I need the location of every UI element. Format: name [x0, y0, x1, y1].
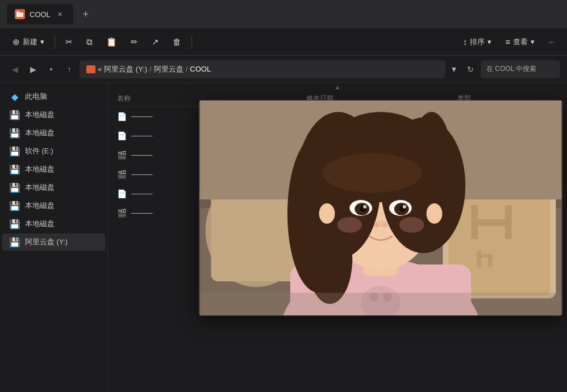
- svg-point-34: [403, 205, 406, 208]
- svg-rect-14: [477, 255, 493, 258]
- svg-point-37: [383, 223, 387, 228]
- file-name: ———: [131, 190, 153, 198]
- collapse-bar[interactable]: ▲: [108, 83, 567, 91]
- view-button[interactable]: ≡ 查看 ▾: [499, 34, 540, 51]
- file-name: ———: [131, 112, 153, 120]
- paste-icon: 📋: [106, 37, 117, 47]
- new-button[interactable]: ⊕ 新建 ▾: [7, 34, 50, 51]
- sidebar-label-local4: 本地磁盘: [25, 183, 55, 193]
- rename-button[interactable]: ✏: [125, 34, 144, 51]
- cut-button[interactable]: ✂: [60, 34, 78, 51]
- sidebar-label-aliyun: 阿里云盘 (Y:): [25, 237, 68, 247]
- address-bar: ◀ ▶ • ↑ « 阿里云盘 (Y:) / 阿里云盘 / COOL ▾ ↻ 在 …: [0, 56, 567, 83]
- sidebar: ◆ 此电脑 💾 本地磁盘 💾 本地磁盘 💾 软件 (E:) 💾 本地磁盘 💾 本…: [0, 83, 108, 392]
- dot-button: •: [43, 61, 59, 77]
- sidebar-item-aliyun[interactable]: 💾 阿里云盘 (Y:): [2, 233, 105, 251]
- up-button[interactable]: ↑: [61, 61, 77, 77]
- path-prefix: «: [98, 65, 102, 73]
- share-icon: ↗: [152, 37, 159, 47]
- more-button[interactable]: ···: [543, 34, 560, 49]
- view-icon: ≡: [505, 37, 510, 47]
- delete-button[interactable]: 🗑: [167, 34, 187, 50]
- view-dropdown-icon: ▾: [531, 37, 535, 46]
- path-part-2: 阿里云盘: [154, 64, 184, 74]
- address-path[interactable]: « 阿里云盘 (Y:) / 阿里云盘 / COOL: [80, 60, 445, 78]
- sort-dropdown-icon: ▾: [487, 37, 491, 46]
- file-icon: 📄: [117, 112, 127, 121]
- file-name: ———: [131, 209, 153, 217]
- file-icon: 📄: [117, 189, 127, 198]
- separator-2: [191, 35, 192, 49]
- sidebar-label-local5: 本地磁盘: [25, 201, 55, 211]
- search-placeholder: 在 COOL 中搜索: [486, 64, 536, 74]
- address-dropdown-button[interactable]: ▾: [448, 63, 460, 76]
- drive-icon-1: 💾: [9, 109, 20, 120]
- sort-button[interactable]: ↕ 排序 ▾: [457, 34, 498, 51]
- file-icon: 🎬: [117, 170, 127, 179]
- sidebar-item-local1[interactable]: 💾 本地磁盘: [2, 106, 105, 123]
- path-part-3: COOL: [190, 65, 211, 73]
- svg-point-26: [323, 153, 422, 193]
- refresh-button[interactable]: ↻: [462, 61, 478, 77]
- search-box[interactable]: 在 COOL 中搜索: [481, 60, 560, 78]
- sidebar-item-local6[interactable]: 💾 本地磁盘: [2, 215, 105, 232]
- file-icon: 🎬: [117, 151, 127, 160]
- drive-icon-aliyun: 💾: [9, 236, 20, 248]
- drive-icon-5: 💾: [9, 182, 20, 193]
- sidebar-label-local6: 本地磁盘: [25, 219, 55, 229]
- svg-point-41: [427, 203, 443, 224]
- sidebar-label-local2: 本地磁盘: [25, 128, 55, 138]
- copy-icon: ⧉: [86, 37, 93, 47]
- path-folder-icon: [86, 65, 95, 73]
- file-icon: 📄: [117, 131, 127, 140]
- tab-close-button[interactable]: ✕: [55, 9, 65, 19]
- tab-title: COOL: [30, 10, 51, 19]
- drive-icon-6: 💾: [9, 200, 20, 211]
- drive-icon-2: 💾: [9, 127, 20, 139]
- paste-button[interactable]: 📋: [101, 34, 123, 51]
- sidebar-item-local3[interactable]: 💾 本地磁盘: [2, 161, 105, 178]
- back-button[interactable]: ◀: [7, 61, 23, 77]
- cut-icon: ✂: [65, 37, 73, 47]
- tab-folder-icon: [15, 9, 25, 19]
- sidebar-item-software[interactable]: 💾 软件 (E:): [2, 143, 105, 160]
- svg-point-33: [363, 205, 366, 208]
- main-area: ◆ 此电脑 💾 本地磁盘 💾 本地磁盘 💾 软件 (E:) 💾 本地磁盘 💾 本…: [0, 83, 567, 392]
- share-button[interactable]: ↗: [146, 34, 165, 51]
- path-sep-1: /: [149, 65, 152, 73]
- svg-rect-11: [471, 219, 512, 226]
- forward-button[interactable]: ▶: [25, 61, 41, 77]
- separator-1: [55, 35, 55, 49]
- file-name: ———: [131, 170, 153, 178]
- thumbnail-overlay: [199, 100, 562, 316]
- sidebar-label-software: 软件 (E:): [25, 147, 53, 156]
- sidebar-item-local5[interactable]: 💾 本地磁盘: [2, 197, 105, 214]
- new-dropdown-icon: ▾: [40, 37, 44, 46]
- diamond-icon: ◆: [9, 91, 20, 102]
- path-part-1: 阿里云盘 (Y:): [104, 64, 147, 74]
- file-icon: 🎬: [117, 208, 127, 218]
- thumbnail-svg: [199, 101, 562, 315]
- svg-point-36: [374, 223, 378, 228]
- sidebar-item-local2[interactable]: 💾 本地磁盘: [2, 124, 105, 141]
- copy-button[interactable]: ⧉: [81, 34, 98, 51]
- svg-point-40: [319, 203, 335, 224]
- svg-point-38: [337, 217, 362, 233]
- sidebar-label-pc: 此电脑: [25, 92, 47, 102]
- file-name: ———: [131, 132, 153, 140]
- active-tab[interactable]: COOL ✕: [7, 4, 73, 24]
- rename-icon: ✏: [131, 37, 138, 47]
- drive-icon-4: 💾: [9, 164, 20, 175]
- svg-rect-45: [200, 293, 562, 315]
- file-name: ———: [131, 151, 153, 159]
- sidebar-item-local4[interactable]: 💾 本地磁盘: [2, 179, 105, 196]
- new-icon: ⊕: [12, 37, 20, 47]
- sort-icon: ↕: [463, 37, 468, 47]
- new-tab-button[interactable]: +: [78, 6, 94, 22]
- file-area: ▲ 名称 修改日期 类型 📄 ——— SRT 文件 📄 ——— SR: [108, 83, 567, 392]
- svg-rect-1: [16, 11, 19, 14]
- path-sep-2: /: [186, 65, 188, 73]
- sidebar-item-pc[interactable]: ◆ 此电脑: [2, 88, 105, 105]
- toolbar: ⊕ 新建 ▾ ✂ ⧉ 📋 ✏ ↗ 🗑 ↕ 排序 ▾ ≡ 查看 ▾ ···: [0, 28, 567, 56]
- delete-icon: 🗑: [173, 37, 181, 47]
